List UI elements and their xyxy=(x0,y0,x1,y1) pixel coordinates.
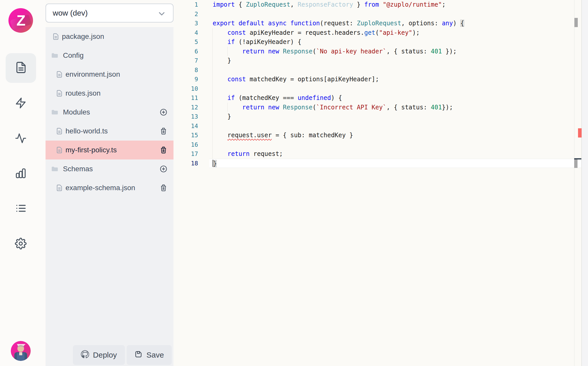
github-icon xyxy=(81,350,89,360)
code-line-content: const apiKeyHeader = request.headers.get… xyxy=(213,28,582,38)
code-line-content: export default async function(request: Z… xyxy=(213,19,582,28)
code-line-content: if (!apiKeyHeader) { xyxy=(213,37,582,47)
nav-item-analytics[interactable] xyxy=(14,167,27,180)
code-line-content: return request; xyxy=(213,149,582,159)
code-editor[interactable]: 1import { ZuploRequest, ResponseFactory … xyxy=(174,0,582,366)
chevron-down-icon xyxy=(157,9,166,18)
code-line-content: import { ZuploRequest, ResponseFactory }… xyxy=(213,0,582,9)
icon-rail: Z xyxy=(0,0,46,366)
delete-file-button[interactable] xyxy=(160,146,167,154)
code-line[interactable]: 17 return request; xyxy=(174,149,582,159)
code-line-content: } xyxy=(209,159,582,168)
code-line[interactable]: 14 xyxy=(174,121,582,131)
tree-item-config-folder[interactable]: Config xyxy=(46,46,173,65)
line-number: 2 xyxy=(174,9,199,19)
code-line[interactable]: 13 } xyxy=(174,112,582,121)
file-icon xyxy=(55,127,63,135)
tree-item-schemas-folder[interactable]: Schemas xyxy=(46,159,173,178)
tree-item-label: package.json xyxy=(62,32,104,41)
nav-item-routes[interactable] xyxy=(14,97,27,110)
add-module-button[interactable] xyxy=(160,108,167,116)
tree-item-modules-folder[interactable]: Modules xyxy=(46,103,173,122)
save-button[interactable]: Save xyxy=(127,345,172,365)
line-number: 12 xyxy=(174,103,199,112)
code-line[interactable]: 2 xyxy=(174,9,582,19)
code-line-content xyxy=(213,140,582,150)
user-avatar[interactable] xyxy=(11,341,31,361)
tree-item-label: routes.json xyxy=(66,89,101,97)
code-line[interactable]: 3export default async function(request: … xyxy=(174,19,582,28)
overview-error-marker xyxy=(578,128,582,138)
overview-ruler-border xyxy=(574,0,574,366)
code-line[interactable]: 15 request.user = { sub: matchedKey } xyxy=(174,131,582,140)
tree-item-label: Config xyxy=(63,51,84,60)
code-line[interactable]: 1import { ZuploRequest, ResponseFactory … xyxy=(174,0,582,9)
code-line[interactable]: 18} xyxy=(174,159,582,168)
tree-item-environment-json[interactable]: environment.json xyxy=(46,65,173,84)
code-line[interactable]: 16 xyxy=(174,140,582,150)
code-line[interactable]: 5 if (!apiKeyHeader) { xyxy=(174,37,582,47)
line-number: 10 xyxy=(174,84,199,94)
line-number: 4 xyxy=(174,28,199,38)
gear-icon xyxy=(15,238,27,250)
tree-item-label: my-first-policy.ts xyxy=(66,146,117,154)
folder-icon xyxy=(51,108,59,116)
project-selector-dropdown[interactable]: wow (dev) xyxy=(46,4,173,22)
code-line[interactable]: 9 const matchedKey = options[apiKeyHeade… xyxy=(174,75,582,84)
line-number: 7 xyxy=(174,56,199,65)
editor-right-border xyxy=(581,0,582,366)
code-line-content xyxy=(213,65,582,75)
tree-item-package-json[interactable]: package.json xyxy=(46,27,173,46)
folder-icon xyxy=(51,51,59,60)
file-icon xyxy=(55,70,63,78)
nav-item-settings[interactable] xyxy=(14,237,27,251)
deploy-button[interactable]: Deploy xyxy=(73,345,125,365)
delete-file-button[interactable] xyxy=(160,184,167,192)
tree-item-label: example-schema.json xyxy=(66,184,135,192)
code-line[interactable]: 11 if (matchedKey === undefined) { xyxy=(174,93,582,103)
code-line[interactable]: 4 const apiKeyHeader = request.headers.g… xyxy=(174,28,582,38)
line-number: 6 xyxy=(174,47,199,56)
code-line[interactable]: 7 } xyxy=(174,56,582,65)
line-number: 1 xyxy=(174,0,199,9)
code-line[interactable]: 6 return new Response(`No api-key header… xyxy=(174,47,582,56)
zuplo-logo[interactable]: Z xyxy=(8,8,33,33)
file-icon xyxy=(52,32,60,41)
code-line[interactable]: 10 xyxy=(174,84,582,94)
code-line-content: } xyxy=(213,56,582,65)
tree-item-label: hello-world.ts xyxy=(66,127,108,135)
code-line-content: if (matchedKey === undefined) { xyxy=(213,93,582,103)
file-icon xyxy=(55,89,63,97)
tree-item-example-schema-json[interactable]: example-schema.json xyxy=(46,178,173,197)
line-number: 17 xyxy=(174,149,199,159)
tree-item-label: Schemas xyxy=(63,165,93,173)
tree-item-hello-world-ts[interactable]: hello-world.ts xyxy=(46,122,173,141)
code-line[interactable]: 8 xyxy=(174,65,582,75)
line-number: 18 xyxy=(174,159,199,168)
line-number: 8 xyxy=(174,65,199,75)
save-button-label: Save xyxy=(146,351,164,359)
line-number: 15 xyxy=(174,131,199,140)
nav-item-files[interactable] xyxy=(6,53,36,83)
nav-item-list[interactable] xyxy=(14,202,27,215)
add-schema-button[interactable] xyxy=(160,165,167,173)
tree-item-my-first-policy-ts[interactable]: my-first-policy.ts xyxy=(46,141,173,159)
file-sidebar: wow (dev) package.json Config environmen… xyxy=(46,0,174,366)
file-tree: package.json Config environment.json rou… xyxy=(46,27,173,366)
line-number: 5 xyxy=(174,37,199,47)
delete-file-button[interactable] xyxy=(160,127,167,135)
nav-item-live-logs[interactable] xyxy=(14,132,27,145)
scrollbar-thumb[interactable] xyxy=(574,18,578,27)
tree-item-routes-json[interactable]: routes.json xyxy=(46,84,173,103)
code-line-content: return new Response(`No api-key header`,… xyxy=(213,47,582,56)
code-line[interactable]: 12 return new Response(`Incorrect API Ke… xyxy=(174,103,582,112)
user-avatar-image xyxy=(11,341,31,361)
line-number: 13 xyxy=(174,112,199,121)
code-line-content: } xyxy=(213,112,582,121)
line-number: 11 xyxy=(174,93,199,103)
file-icon xyxy=(55,146,63,154)
overview-cursorline-marker xyxy=(574,159,578,168)
code-line-content: const matchedKey = options[apiKeyHeader]… xyxy=(213,75,582,84)
file-icon xyxy=(55,184,63,192)
list-icon xyxy=(15,202,27,215)
